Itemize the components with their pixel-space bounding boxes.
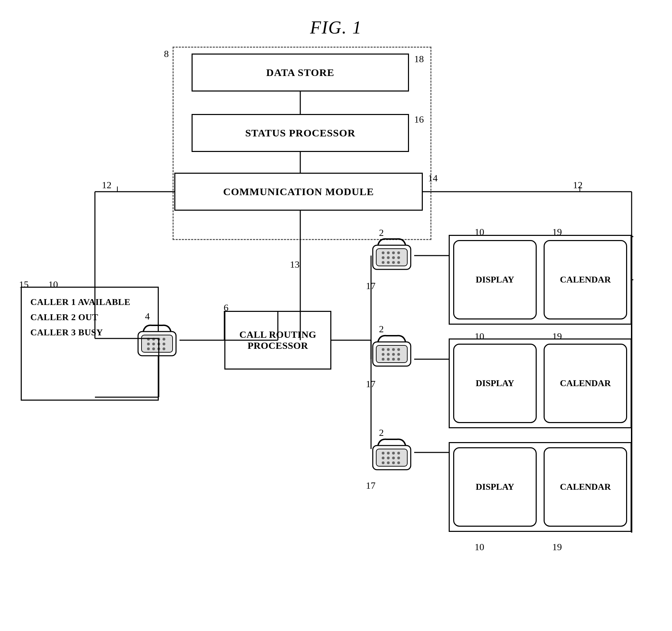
phone-top-17: 17 (366, 280, 376, 291)
svg-point-2 (382, 251, 384, 254)
call-routing-number: 6 (224, 302, 228, 313)
comm-module-number: 14 (428, 173, 438, 184)
caller-line-1: CALLER 1 AVAILABLE (30, 295, 149, 310)
terminal-calendar-mid: CALENDAR (544, 344, 627, 423)
phone-mid-17: 17 (366, 379, 376, 390)
label-13: 13 (290, 259, 300, 270)
phone-top (369, 235, 414, 278)
svg-point-44 (147, 338, 150, 341)
svg-point-10 (382, 261, 384, 264)
svg-point-38 (382, 461, 384, 464)
caller-line-3: CALLER 3 BUSY (30, 325, 149, 340)
server-box-number: 8 (164, 48, 169, 59)
svg-point-5 (397, 251, 400, 254)
svg-rect-29 (376, 449, 407, 466)
svg-point-51 (163, 343, 165, 345)
svg-point-22 (392, 353, 395, 356)
phone-bot-caller-num: 2 (379, 427, 384, 438)
svg-point-3 (387, 251, 390, 254)
comm-module-box: COMMUNICATION MODULE (174, 173, 423, 211)
comm-module-label: COMMUNICATION MODULE (223, 186, 374, 198)
terminal-group-mid: DISPLAY CALENDAR (449, 338, 632, 428)
svg-point-21 (387, 353, 390, 356)
svg-point-24 (382, 358, 384, 361)
terminal-top-calendar-num: 19 (552, 227, 562, 238)
svg-point-50 (157, 343, 160, 345)
call-routing-label: CALL ROUTINGPROCESSOR (239, 329, 316, 351)
status-processor-box: STATUS PROCESSOR (192, 114, 409, 152)
svg-point-41 (397, 461, 400, 464)
svg-point-54 (157, 347, 160, 350)
svg-point-23 (397, 353, 400, 356)
svg-point-8 (392, 256, 395, 259)
svg-point-33 (397, 452, 400, 455)
svg-point-39 (387, 461, 390, 464)
caller-phone-number: 4 (145, 311, 150, 322)
svg-point-40 (392, 461, 395, 464)
caller-line-2: CALLER 2 OUT (30, 310, 149, 325)
svg-point-9 (397, 256, 400, 259)
svg-point-16 (382, 348, 384, 351)
svg-point-25 (387, 358, 390, 361)
svg-rect-43 (142, 335, 173, 352)
terminal-mid-display-num: 10 (475, 331, 484, 342)
phone-caller (135, 321, 179, 364)
terminal-calendar-bot: CALENDAR (544, 447, 627, 527)
svg-point-48 (147, 343, 150, 345)
svg-point-45 (152, 338, 155, 341)
svg-point-26 (392, 358, 395, 361)
terminal-group-bot: DISPLAY CALENDAR (449, 442, 632, 532)
label-12-right: 12 (573, 180, 583, 191)
phone-mid-caller-num: 2 (379, 324, 384, 335)
data-store-number: 18 (414, 54, 424, 65)
svg-point-12 (392, 261, 395, 264)
svg-point-34 (382, 457, 384, 459)
diagram-container: FIG. 1 8 DATA STORE 18 STATUS PROCESSOR … (0, 0, 672, 631)
svg-point-35 (387, 457, 390, 459)
svg-point-17 (387, 348, 390, 351)
terminal-mid-calendar-num: 19 (552, 331, 562, 342)
svg-point-20 (382, 353, 384, 356)
svg-point-11 (387, 261, 390, 264)
label-12-left: 12 (102, 180, 111, 191)
svg-point-53 (152, 347, 155, 350)
figure-title: FIG. 1 (310, 17, 362, 38)
terminal-calendar-top: CALENDAR (544, 240, 627, 319)
svg-point-4 (392, 251, 395, 254)
svg-rect-1 (376, 249, 407, 266)
terminal-top-display-num: 10 (475, 227, 484, 238)
terminal-bot-calendar-num: 19 (552, 542, 562, 553)
terminal-display-mid: DISPLAY (453, 344, 537, 423)
status-processor-label: STATUS PROCESSOR (245, 127, 355, 139)
terminal-display-bot: DISPLAY (453, 447, 537, 527)
svg-point-55 (163, 347, 165, 350)
svg-point-13 (397, 261, 400, 264)
data-store-box: DATA STORE (192, 54, 409, 92)
svg-point-32 (392, 452, 395, 455)
phone-mid (369, 332, 414, 374)
data-store-label: DATA STORE (266, 67, 334, 78)
svg-point-19 (397, 348, 400, 351)
svg-point-30 (382, 452, 384, 455)
svg-point-27 (397, 358, 400, 361)
status-processor-number: 16 (414, 114, 424, 125)
terminal-bot-display-num: 10 (475, 542, 484, 553)
svg-point-49 (152, 343, 155, 345)
svg-point-31 (387, 452, 390, 455)
svg-point-36 (392, 457, 395, 459)
svg-point-47 (163, 338, 165, 341)
caller-status-number-15: 15 (19, 279, 29, 290)
caller-status-number-10: 10 (48, 279, 58, 290)
svg-point-52 (147, 347, 150, 350)
call-routing-box: CALL ROUTINGPROCESSOR (224, 311, 331, 370)
svg-point-7 (387, 256, 390, 259)
phone-top-caller-num: 2 (379, 227, 384, 238)
svg-point-37 (397, 457, 400, 459)
phone-bot (369, 435, 414, 478)
phone-bot-17: 17 (366, 480, 376, 491)
svg-point-46 (157, 338, 160, 341)
svg-point-6 (382, 256, 384, 259)
terminal-group-top: DISPLAY CALENDAR (449, 235, 632, 325)
svg-point-18 (392, 348, 395, 351)
terminal-display-top: DISPLAY (453, 240, 537, 319)
